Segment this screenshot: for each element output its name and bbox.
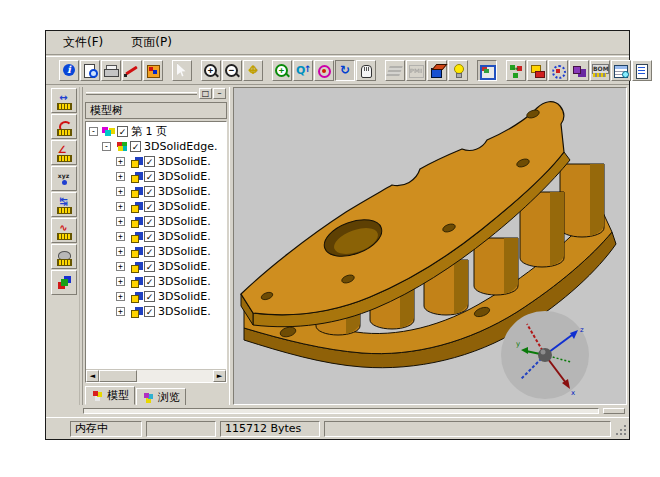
light-button[interactable]: [448, 60, 468, 81]
tree-item-part[interactable]: + ✓ 3DSolidE.: [86, 244, 226, 259]
expand-icon[interactable]: +: [116, 232, 125, 241]
tree-item-part[interactable]: + ✓ 3DSolidE.: [86, 304, 226, 319]
checkbox[interactable]: ✓: [144, 216, 155, 227]
tree-rows: - ✓ 第 1 页 - ✓ 3DSolidEdge.: [86, 122, 226, 369]
panel-gripper[interactable]: □ –: [85, 88, 227, 100]
coordinate-dimension-button[interactable]: [51, 166, 77, 191]
export-button[interactable]: [143, 60, 163, 81]
tree-item-part[interactable]: + ✓ 3DSolidE.: [86, 289, 226, 304]
rotate-button[interactable]: [314, 60, 334, 81]
checkbox[interactable]: ✓: [144, 246, 155, 257]
checkbox[interactable]: ✓: [144, 186, 155, 197]
checkbox[interactable]: ✓: [144, 276, 155, 287]
tree-item-part[interactable]: + ✓ 3DSolidE.: [86, 274, 226, 289]
tab-model[interactable]: 模型: [85, 386, 135, 405]
gripper-handle[interactable]: [86, 92, 197, 95]
markup-pen-button[interactable]: [122, 60, 142, 81]
report-button[interactable]: [611, 60, 631, 81]
expand-icon[interactable]: +: [116, 277, 125, 286]
print-preview-button[interactable]: [80, 60, 100, 81]
checkbox[interactable]: ✓: [117, 126, 128, 137]
expand-icon[interactable]: +: [116, 262, 125, 271]
panel-hide-button[interactable]: –: [213, 88, 226, 99]
expand-icon[interactable]: +: [116, 247, 125, 256]
distance-icon: [56, 197, 72, 213]
checkbox[interactable]: ✓: [144, 306, 155, 317]
scroll-track[interactable]: [137, 370, 213, 382]
resize-grip[interactable]: [614, 423, 627, 436]
pan-button[interactable]: [243, 60, 263, 81]
model-tree-button[interactable]: [632, 60, 652, 81]
menu-page[interactable]: 页面(P): [128, 32, 175, 53]
expand-icon[interactable]: +: [116, 307, 125, 316]
zoom-dynamic-button[interactable]: [293, 60, 313, 81]
instances-button[interactable]: [569, 60, 589, 81]
panel-tabs: 模型 浏览: [83, 385, 229, 405]
expand-icon[interactable]: +: [116, 217, 125, 226]
component-button[interactable]: [527, 60, 547, 81]
status-cell-4: [324, 421, 611, 437]
pmi-button[interactable]: [406, 60, 426, 81]
area-measure-button[interactable]: [51, 244, 77, 269]
scroll-thumb[interactable]: [99, 370, 137, 382]
spin-button[interactable]: [335, 60, 355, 81]
expand-icon[interactable]: +: [116, 157, 125, 166]
frame-view-button[interactable]: [477, 60, 497, 81]
menu-file[interactable]: 文件(F): [60, 32, 106, 53]
angle-dimension-button[interactable]: [51, 140, 77, 165]
expand-icon[interactable]: +: [116, 187, 125, 196]
distance-dimension-button[interactable]: [51, 192, 77, 217]
explode-button[interactable]: [548, 60, 568, 81]
checkbox[interactable]: ✓: [144, 156, 155, 167]
layers-button[interactable]: [385, 60, 405, 81]
model-tree: - ✓ 第 1 页 - ✓ 3DSolidEdge.: [85, 121, 227, 383]
panel-float-button[interactable]: □: [199, 88, 212, 99]
zoom-in-button[interactable]: [201, 60, 221, 81]
tree-item-part[interactable]: + ✓ 3DSolidE.: [86, 259, 226, 274]
bom-button[interactable]: [590, 60, 610, 81]
tree-item-part[interactable]: + ✓ 3DSolidE.: [86, 184, 226, 199]
checkbox[interactable]: ✓: [130, 141, 141, 152]
tree-item-part[interactable]: + ✓ 3DSolidE.: [86, 199, 226, 214]
tree-item-assembly[interactable]: - ✓ 3DSolidEdge.: [86, 139, 226, 154]
collapse-icon[interactable]: -: [89, 127, 98, 136]
scroll-left-button[interactable]: ◄: [86, 370, 99, 382]
tree-item-label: 3DSolidE.: [158, 275, 211, 288]
viewport-3d[interactable]: z x y: [233, 87, 627, 405]
select-button[interactable]: [172, 60, 192, 81]
views-button[interactable]: [427, 60, 447, 81]
explode-icon: [550, 63, 566, 79]
info-icon: [61, 63, 77, 79]
tree-item-part[interactable]: + ✓ 3DSolidE.: [86, 169, 226, 184]
tree-item-part[interactable]: + ✓ 3DSolidE.: [86, 214, 226, 229]
tree-item-page[interactable]: - ✓ 第 1 页: [86, 124, 226, 139]
expand-icon[interactable]: +: [116, 202, 125, 211]
checkbox[interactable]: ✓: [144, 201, 155, 212]
measure-toolbar: [48, 87, 80, 405]
curve-length-button[interactable]: [51, 218, 77, 243]
checkbox[interactable]: ✓: [144, 231, 155, 242]
print-button[interactable]: [101, 60, 121, 81]
assembly-tree-button[interactable]: [506, 60, 526, 81]
expand-icon[interactable]: +: [116, 172, 125, 181]
tree-item-part[interactable]: + ✓ 3DSolidE.: [86, 154, 226, 169]
zoom-out-button[interactable]: [222, 60, 242, 81]
expand-icon[interactable]: +: [116, 292, 125, 301]
radial-dimension-button[interactable]: [51, 114, 77, 139]
collapse-icon[interactable]: -: [102, 142, 111, 151]
volume-measure-button[interactable]: [51, 270, 77, 295]
info-button[interactable]: [59, 60, 79, 81]
checkbox[interactable]: ✓: [144, 171, 155, 182]
pan-hand-button[interactable]: [356, 60, 376, 81]
viewport-hscroll-track[interactable]: [83, 408, 599, 414]
tab-browse[interactable]: 浏览: [136, 388, 186, 405]
scroll-right-button[interactable]: ►: [213, 370, 226, 382]
linear-dimension-button[interactable]: [51, 88, 77, 113]
view-cube-icon: [429, 63, 445, 79]
tree-item-part[interactable]: + ✓ 3DSolidE.: [86, 229, 226, 244]
viewport-hscroll-box[interactable]: [603, 408, 625, 414]
checkbox[interactable]: ✓: [144, 291, 155, 302]
zoom-window-button[interactable]: [272, 60, 292, 81]
part-icon: [128, 170, 141, 183]
checkbox[interactable]: ✓: [144, 261, 155, 272]
